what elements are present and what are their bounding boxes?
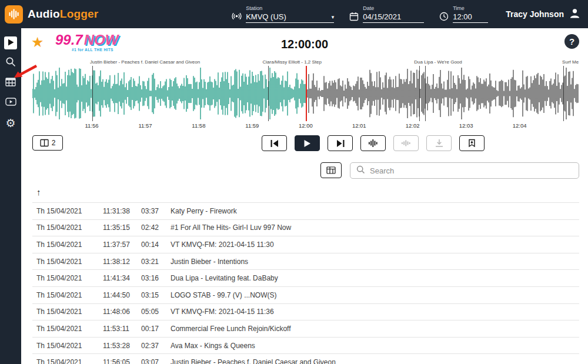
app-title-audio: Audio xyxy=(28,8,60,20)
row-date: Th 15/04/2021 xyxy=(36,325,103,333)
sidebar-item-log-grid[interactable] xyxy=(4,76,17,89)
current-time-display: 12:00:00 xyxy=(21,38,588,51)
row-date: Th 15/04/2021 xyxy=(36,342,103,350)
time-tick: 11:58 xyxy=(192,122,205,129)
row-date: Th 15/04/2021 xyxy=(36,258,103,266)
table-row[interactable]: Th 15/04/2021 11:53:28 02:37 Ava Max - K… xyxy=(32,338,579,355)
track-label: Ciara/Missy Elliott - 1,2 Step xyxy=(263,59,322,65)
log-table: ↑ Th 15/04/2021 11:31:38 03:37 Katy Perr… xyxy=(32,187,579,364)
table-row[interactable]: Th 15/04/2021 11:56:05 03:07 Justin Bieb… xyxy=(32,354,579,364)
calendar-icon[interactable] xyxy=(349,12,359,23)
track-label: Surf Me xyxy=(562,59,579,65)
play-icon xyxy=(8,38,14,48)
row-start-time: 11:37:57 xyxy=(103,241,141,249)
row-duration: 02:42 xyxy=(141,223,171,232)
time-axis: 11:5611:5711:5811:5912:0012:0112:0212:03… xyxy=(32,121,579,129)
clock-icon[interactable] xyxy=(439,12,449,23)
table-row[interactable]: Th 15/04/2021 11:38:12 03:21 Justin Bieb… xyxy=(32,253,579,271)
time-label: Time xyxy=(453,5,488,11)
date-label: Date xyxy=(363,5,424,11)
date-field: Date 04/15/2021 xyxy=(349,5,424,23)
time-field: Time 12:00 xyxy=(439,5,488,23)
row-date: Th 15/04/2021 xyxy=(36,308,103,316)
row-start-time: 11:44:50 xyxy=(103,291,141,299)
app-title-logger: Logger xyxy=(60,8,99,20)
user-menu[interactable]: Tracy Johnson xyxy=(506,7,581,21)
time-tick: 11:57 xyxy=(138,122,152,129)
station-value: KMVQ (US) xyxy=(246,12,286,21)
header-row: ★ 99.7NOW #1 for ALL THE HITS 12:00:00 ? xyxy=(21,32,588,59)
sidebar-item-player[interactable] xyxy=(4,36,17,49)
sidebar-item-search[interactable] xyxy=(4,56,17,69)
row-duration: 03:21 xyxy=(141,258,171,266)
sidebar-item-video[interactable] xyxy=(4,96,17,109)
search-row xyxy=(21,162,588,179)
help-button[interactable]: ? xyxy=(564,34,579,49)
log-table-body: Th 15/04/2021 11:31:38 03:37 Katy Perry … xyxy=(32,202,579,364)
table-row[interactable]: Th 15/04/2021 11:35:15 02:42 #1 For All … xyxy=(32,220,579,237)
row-start-time: 11:53:11 xyxy=(103,325,141,333)
search-icon xyxy=(356,165,365,176)
row-duration: 03:37 xyxy=(141,207,171,215)
table-row[interactable]: Th 15/04/2021 11:31:38 03:37 Katy Perry … xyxy=(32,203,579,220)
chevron-down-icon: ▾ xyxy=(332,14,335,20)
time-tick: 12:01 xyxy=(352,122,366,129)
play-cluster xyxy=(262,135,485,151)
download-button[interactable] xyxy=(426,135,452,151)
track-labels: Justin Bieber - Peaches f. Daniel Caesar… xyxy=(32,59,579,66)
export-table-button[interactable] xyxy=(320,162,342,178)
row-title: Dua Lipa - Levitating feat. DaBaby xyxy=(171,274,579,282)
row-date: Th 15/04/2021 xyxy=(36,223,103,232)
table-row[interactable]: Th 15/04/2021 11:44:50 03:15 LOGO STAB -… xyxy=(32,287,579,304)
waveform-panel: Justin Bieber - Peaches f. Daniel Caesar… xyxy=(32,59,579,129)
transport-controls: 2 xyxy=(21,135,588,152)
table-row[interactable]: Th 15/04/2021 11:37:57 00:14 VT KMVQ-FM:… xyxy=(32,236,579,253)
page-view-button[interactable]: 2 xyxy=(32,135,63,151)
waveform[interactable] xyxy=(32,66,579,121)
row-start-time: 11:56:05 xyxy=(103,358,141,364)
row-title: VT KMVQ-FM: 2021-04-15 11:30 xyxy=(171,241,579,249)
skip-forward-button[interactable] xyxy=(328,135,353,151)
row-duration: 02:37 xyxy=(141,342,171,350)
time-tick: 11:59 xyxy=(245,122,259,129)
row-date: Th 15/04/2021 xyxy=(36,358,103,364)
station-select[interactable]: KMVQ (US) ▾ xyxy=(246,12,334,23)
time-tick: 12:00 xyxy=(299,122,313,129)
row-title: Justin Bieber - Peaches f. Daniel Caesar… xyxy=(171,358,579,364)
row-duration: 03:07 xyxy=(141,358,171,364)
skip-back-button[interactable] xyxy=(262,135,287,151)
row-duration: 05:05 xyxy=(141,308,171,316)
waveform-alt-button[interactable] xyxy=(393,135,419,151)
row-duration: 03:15 xyxy=(141,291,171,299)
waveform-zoom-button[interactable] xyxy=(360,135,386,151)
date-input[interactable]: 04/15/2021 xyxy=(363,12,424,23)
row-date: Th 15/04/2021 xyxy=(36,274,103,282)
sort-direction-icon[interactable]: ↑ xyxy=(36,187,41,202)
time-value: 12:00 xyxy=(453,12,472,21)
clip-bookmark-button[interactable] xyxy=(459,135,485,151)
table-row[interactable]: Th 15/04/2021 11:53:11 00:17 Commercial … xyxy=(32,320,579,338)
row-title: Justin Bieber - Intentions xyxy=(171,258,579,266)
time-tick: 12:04 xyxy=(513,122,527,129)
row-start-time: 11:53:28 xyxy=(103,342,141,350)
station-field: Station KMVQ (US) ▾ xyxy=(232,5,334,23)
row-start-time: 11:48:06 xyxy=(103,308,141,316)
time-input[interactable]: 12:00 xyxy=(453,12,488,23)
row-start-time: 11:41:34 xyxy=(103,274,141,282)
main-content: ★ 99.7NOW #1 for ALL THE HITS 12:00:00 ?… xyxy=(21,28,588,364)
sidebar: ⚙ xyxy=(0,28,21,364)
broadcast-icon xyxy=(232,11,242,23)
row-title: VT KMVQ-FM: 2021-04-15 11:36 xyxy=(171,308,579,316)
search-input[interactable] xyxy=(370,166,573,175)
search-box xyxy=(350,162,579,179)
play-button[interactable] xyxy=(295,135,320,151)
log-grid-icon xyxy=(5,78,16,89)
row-duration: 00:17 xyxy=(141,325,171,333)
time-tick: 12:03 xyxy=(459,122,473,129)
table-row[interactable]: Th 15/04/2021 11:41:34 03:16 Dua Lipa - … xyxy=(32,270,579,287)
row-date: Th 15/04/2021 xyxy=(36,241,103,249)
table-row[interactable]: Th 15/04/2021 11:48:06 05:05 VT KMVQ-FM:… xyxy=(32,304,579,321)
row-title: #1 For All The Hits- Girl-I Luv 997 Now xyxy=(171,223,579,232)
sidebar-item-settings[interactable]: ⚙ xyxy=(4,116,17,129)
track-label: Dua Lipa - We're Good xyxy=(414,59,462,65)
